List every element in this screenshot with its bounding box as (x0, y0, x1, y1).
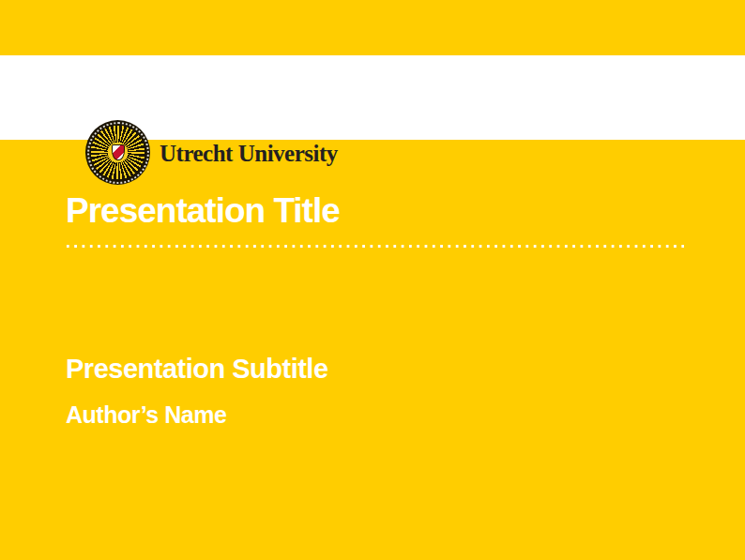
utrecht-shield-icon (112, 144, 125, 159)
utrecht-sun-logo-icon (85, 120, 150, 185)
logo-band: Utrecht University (0, 55, 745, 140)
dotted-divider (66, 243, 684, 250)
author-name: Author’s Name (66, 403, 226, 427)
university-name: Utrecht University (160, 142, 338, 165)
presentation-subtitle: Presentation Subtitle (66, 356, 328, 383)
title-slide: Utrecht University Presentation Title Pr… (0, 0, 745, 560)
top-accent-band (0, 0, 745, 55)
presentation-title: Presentation Title (66, 193, 340, 228)
